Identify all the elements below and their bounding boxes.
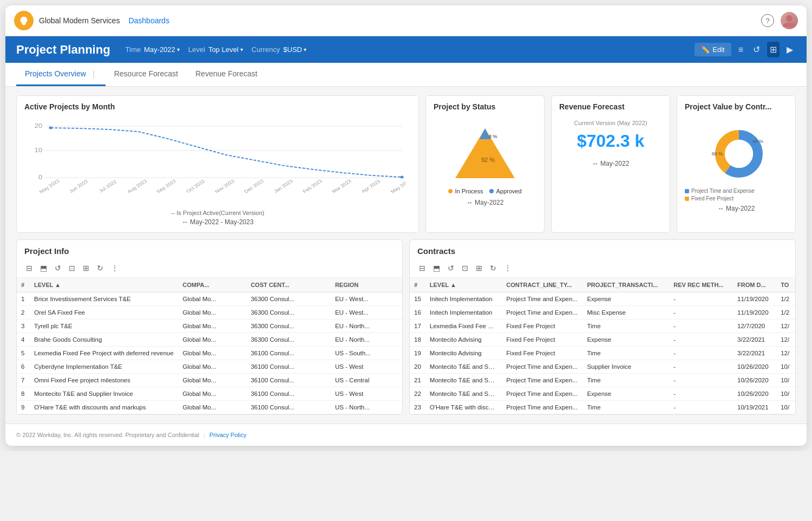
time-value[interactable]: May-2022 ▾ bbox=[144, 45, 180, 54]
table-row[interactable]: 15 Initech Implementation Project Time a… bbox=[410, 292, 795, 306]
row-company: Global Mo... bbox=[178, 306, 246, 320]
row-transaction: Misc Expense bbox=[582, 306, 669, 320]
c-save-tool-btn[interactable]: ⊞ bbox=[474, 262, 484, 274]
c-copy-tool-btn[interactable]: ⊡ bbox=[460, 262, 470, 274]
c-filter-tool-btn[interactable]: ⊟ bbox=[417, 262, 427, 274]
c-col-num: # bbox=[410, 278, 425, 292]
row-region: US - West bbox=[331, 360, 402, 374]
table-row[interactable]: 2 Orel SA Fixed Fee Global Mo... 36300 C… bbox=[17, 306, 402, 320]
svg-text:20: 20 bbox=[35, 123, 42, 128]
row-to: 10/ bbox=[776, 387, 795, 401]
refresh-icon-btn[interactable]: ↺ bbox=[750, 42, 763, 57]
fixed-dot bbox=[685, 197, 689, 201]
video-icon-btn[interactable]: ▶ bbox=[784, 42, 796, 57]
dashboards-link[interactable]: Dashboards bbox=[128, 16, 169, 25]
export-tool-btn[interactable]: ⬒ bbox=[38, 262, 49, 274]
revenue-version: Current Version (May 2022) bbox=[559, 120, 662, 126]
table-row[interactable]: 5 Lexmedia Fixed Fee Project with deferr… bbox=[17, 347, 402, 360]
row-level: Brice Investissement Services T&E bbox=[30, 292, 178, 306]
privacy-link[interactable]: Privacy Policy bbox=[209, 432, 246, 438]
svg-text:Apr 2023: Apr 2023 bbox=[361, 179, 382, 194]
value-period[interactable]: ↔ May-2022 bbox=[685, 205, 788, 212]
table-row[interactable]: 4 Brahe Goods Consulting Global Mo... 36… bbox=[17, 333, 402, 347]
c-col-rev[interactable]: REV REC METH... bbox=[669, 278, 733, 292]
svg-text:10: 10 bbox=[35, 147, 42, 153]
table-row[interactable]: 22 Montecito T&E and Supplier Invoice Pr… bbox=[410, 387, 795, 401]
row-region: US - Central bbox=[331, 374, 402, 387]
row-num: 8 bbox=[17, 387, 30, 401]
svg-text:Oct 2022: Oct 2022 bbox=[185, 179, 206, 194]
table-row[interactable]: 20 Montecito T&E and Supplier Invoice Pr… bbox=[410, 360, 795, 374]
status-period[interactable]: ↔ May-2022 bbox=[467, 199, 504, 206]
project-info-toolbar: ⊟ ⬒ ↺ ⊡ ⊞ ↻ ⋮ bbox=[17, 259, 402, 278]
workday-logo bbox=[14, 11, 34, 30]
row-level: Brahe Goods Consulting bbox=[30, 333, 178, 347]
row-to: 10/ bbox=[776, 401, 795, 414]
user-avatar[interactable] bbox=[781, 12, 798, 29]
revenue-period[interactable]: ↔ May-2022 bbox=[559, 160, 662, 167]
row-rev: - bbox=[669, 347, 733, 360]
row-contract: Project Time and Expen... bbox=[502, 401, 582, 414]
row-contract: Fixed Fee Project bbox=[502, 320, 582, 333]
table-row[interactable]: 8 Montecito T&E and Supplier Invoice Glo… bbox=[17, 387, 402, 401]
tab-projects-overview[interactable]: Projects Overview ⋮ bbox=[16, 63, 106, 86]
svg-text:May 2023: May 2023 bbox=[390, 178, 405, 194]
table-row[interactable]: 9 O'Hare T&E with discounts and markups … bbox=[17, 401, 402, 414]
help-icon[interactable]: ? bbox=[761, 14, 774, 27]
c-col-to[interactable]: TO bbox=[776, 278, 795, 292]
more-tool-btn[interactable]: ⋮ bbox=[109, 262, 120, 274]
header-actions: ✏️ Edit ≡ ↺ ⊞ ▶ bbox=[695, 42, 796, 57]
c-export-tool-btn[interactable]: ⬒ bbox=[431, 262, 442, 274]
col-level[interactable]: LEVEL ▲ bbox=[30, 278, 178, 292]
tab-revenue-forecast[interactable]: Revenue Forecast bbox=[187, 63, 266, 86]
active-projects-title: Active Projects by Month bbox=[17, 96, 418, 115]
table-row[interactable]: 19 Montecito Advising Fixed Fee Project … bbox=[410, 347, 795, 360]
table-row[interactable]: 18 Montecito Advising Fixed Fee Project … bbox=[410, 333, 795, 347]
table-row[interactable]: 1 Brice Investissement Services T&E Glob… bbox=[17, 292, 402, 306]
row-from: 10/26/2020 bbox=[733, 374, 776, 387]
currency-value[interactable]: $USD ▾ bbox=[283, 45, 306, 54]
svg-point-8 bbox=[49, 127, 52, 129]
c-col-from[interactable]: FROM D... bbox=[733, 278, 776, 292]
refresh-tool-btn[interactable]: ↺ bbox=[53, 262, 63, 274]
project-value-card: Project Value by Contr... 60 % 40 bbox=[677, 95, 796, 233]
edit-button[interactable]: ✏️ Edit bbox=[695, 43, 731, 56]
filter-icon-btn[interactable]: ≡ bbox=[736, 42, 746, 57]
table-row[interactable]: 6 Cyberdyne Implementation T&E Global Mo… bbox=[17, 360, 402, 374]
col-num: # bbox=[17, 278, 30, 292]
col-cost[interactable]: COST CENT... bbox=[246, 278, 331, 292]
save-tool-btn[interactable]: ⊞ bbox=[81, 262, 91, 274]
grid-icon-btn[interactable]: ⊞ bbox=[767, 42, 780, 57]
row-num: 21 bbox=[410, 374, 425, 387]
col-company[interactable]: COMPA... bbox=[178, 278, 246, 292]
tab-menu-icon[interactable]: ⋮ bbox=[90, 70, 97, 78]
row-region: EU - North... bbox=[331, 320, 402, 333]
c-col-level[interactable]: LEVEL ▲ bbox=[425, 278, 502, 292]
table-row[interactable]: 3 Tyrell plc T&E Global Mo... 36300 Cons… bbox=[17, 320, 402, 333]
tabs-bar: Projects Overview ⋮ Resource Forecast Re… bbox=[5, 63, 807, 87]
reload-tool-btn[interactable]: ↻ bbox=[95, 262, 105, 274]
table-row[interactable]: 21 Montecito T&E and Supplier Invoice Pr… bbox=[410, 374, 795, 387]
level-value[interactable]: Top Level ▾ bbox=[208, 45, 243, 54]
c-refresh-tool-btn[interactable]: ↺ bbox=[446, 262, 456, 274]
table-row[interactable]: 7 Omni Fixed Fee project milestones Glob… bbox=[17, 374, 402, 387]
col-region[interactable]: REGION bbox=[331, 278, 402, 292]
active-projects-card: Active Projects by Month 20 10 0 bbox=[16, 95, 419, 233]
row-company: Global Mo... bbox=[178, 360, 246, 374]
table-row[interactable]: 23 O'Hare T&E with discounts and markups… bbox=[410, 401, 795, 414]
chart-period[interactable]: ↔ May-2022 - May-2023 bbox=[24, 218, 411, 226]
row-region: EU - West... bbox=[331, 306, 402, 320]
row-num: 18 bbox=[410, 333, 425, 347]
table-row[interactable]: 17 Lexmedia Fixed Fee Project with defer… bbox=[410, 320, 795, 333]
copy-tool-btn[interactable]: ⊡ bbox=[67, 262, 77, 274]
row-cost: 36100 Consul... bbox=[246, 387, 331, 401]
row-from: 11/19/2020 bbox=[733, 292, 776, 306]
table-row[interactable]: 16 Initech Implementation Project Time a… bbox=[410, 306, 795, 320]
c-col-transaction[interactable]: PROJECT_TRANSACTI... bbox=[582, 278, 669, 292]
c-col-contract[interactable]: CONTRACT_LINE_TY... bbox=[502, 278, 582, 292]
filter-tool-btn[interactable]: ⊟ bbox=[24, 262, 34, 274]
c-reload-tool-btn[interactable]: ↻ bbox=[488, 262, 498, 274]
row-transaction: Time bbox=[582, 320, 669, 333]
tab-resource-forecast[interactable]: Resource Forecast bbox=[106, 63, 187, 86]
c-more-tool-btn[interactable]: ⋮ bbox=[502, 262, 513, 274]
